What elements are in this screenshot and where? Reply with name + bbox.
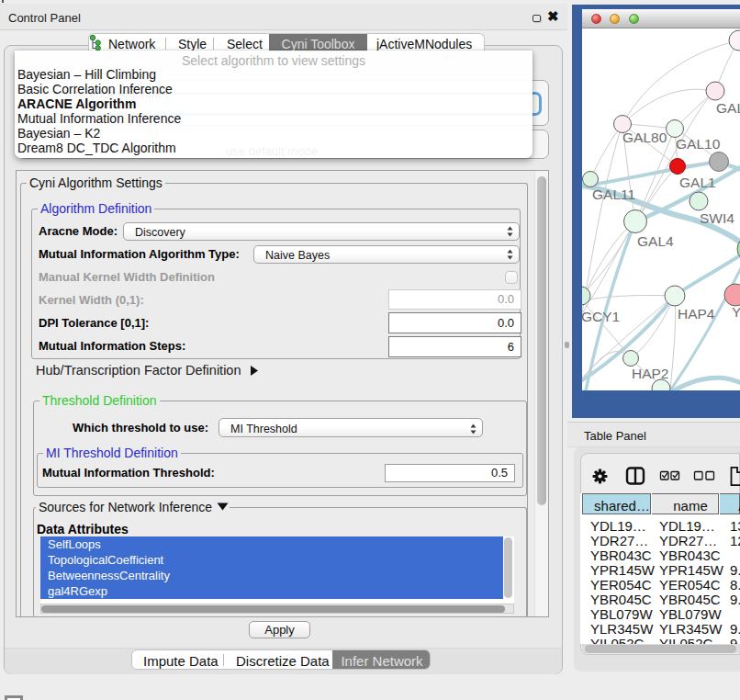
svg-text:GAL1: GAL1 [679, 175, 716, 190]
svg-text:HAP2: HAP2 [632, 366, 669, 381]
svg-text:GAL80: GAL80 [622, 130, 667, 145]
svg-text:Y: Y [732, 304, 740, 320]
svg-text:SWI4: SWI4 [700, 210, 734, 226]
svg-text:GAL11: GAL11 [592, 186, 635, 202]
svg-text:GAL10: GAL10 [676, 136, 721, 152]
svg-text:HAP4: HAP4 [678, 306, 715, 322]
svg-text:GAL7: GAL7 [716, 100, 740, 116]
svg-text:GAL4: GAL4 [637, 233, 674, 249]
svg-text:GCY1: GCY1 [582, 309, 620, 324]
